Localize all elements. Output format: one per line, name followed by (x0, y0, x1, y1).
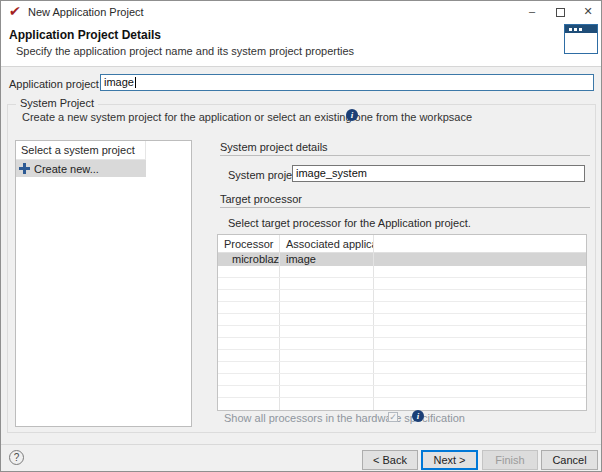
applications-cell: image (280, 253, 374, 266)
title-bar: ✔ New Application Project – ✕ (1, 1, 601, 23)
table-row-empty[interactable] (218, 350, 586, 362)
table-row-empty[interactable] (218, 338, 586, 350)
section-divider (220, 155, 590, 156)
show-all-processors-checkbox[interactable]: ✓ (388, 412, 398, 422)
new-window-wizard-icon (564, 24, 598, 54)
text-caret (135, 77, 136, 88)
table-row-empty[interactable] (218, 398, 586, 410)
processor-table-header: Processor Associated applications (218, 235, 586, 253)
system-project-group-label: System Project (16, 97, 98, 109)
page-subtitle: Specify the application project name and… (16, 45, 354, 57)
button-bar: ? < Back Next > Finish Cancel (1, 445, 602, 472)
column-header-empty (374, 235, 586, 252)
minimize-button[interactable]: – (518, 1, 546, 23)
app-project-name-input[interactable]: image (100, 74, 594, 91)
show-all-processors-label: Show all processors in the hardware spec… (224, 412, 465, 424)
info-icon[interactable]: i (346, 109, 358, 121)
finish-button[interactable]: Finish (482, 450, 538, 470)
system-project-name-value: image_system (296, 167, 367, 180)
system-project-group: System Project Create a new system proje… (7, 104, 596, 433)
table-row-empty[interactable] (218, 374, 586, 386)
create-new-label: Create new... (34, 163, 99, 175)
processor-cell: microblaze_0 (218, 253, 280, 266)
table-row-empty[interactable] (218, 386, 586, 398)
new-application-project-dialog: ✔ New Application Project – ✕ Applicatio… (0, 0, 602, 472)
window-title: New Application Project (28, 6, 144, 18)
column-header-processor[interactable]: Processor (218, 235, 280, 252)
column-header-associated-applications[interactable]: Associated applications (280, 235, 374, 252)
table-row-empty[interactable] (218, 326, 586, 338)
table-row-empty[interactable] (218, 290, 586, 302)
maximize-button[interactable] (546, 1, 574, 23)
wizard-banner: Application Project Details Specify the … (1, 23, 601, 67)
close-button[interactable]: ✕ (574, 1, 602, 23)
table-row-empty[interactable] (218, 266, 586, 278)
table-row-empty[interactable] (218, 362, 586, 374)
info-icon[interactable]: i (412, 410, 424, 422)
app-project-name-value: image (104, 76, 134, 89)
system-project-name-input[interactable]: image_system (292, 165, 585, 182)
plus-icon (19, 163, 30, 174)
table-row-microblaze-selected[interactable]: microblaze_0 image (218, 253, 586, 266)
processor-table: Processor Associated applications microb… (217, 234, 587, 411)
section-divider (220, 207, 590, 208)
target-processor-title: Target processor (220, 193, 302, 205)
table-row-empty[interactable] (218, 278, 586, 290)
help-icon[interactable]: ? (9, 450, 24, 465)
system-project-description: Create a new system project for the appl… (22, 111, 472, 123)
page-title: Application Project Details (9, 28, 161, 42)
system-project-list-header: Select a system project (16, 141, 146, 160)
dialog-content: Application project name: image System P… (1, 67, 602, 444)
back-button[interactable]: < Back (362, 450, 418, 470)
table-row-empty[interactable] (218, 302, 586, 314)
target-processor-instruction: Select target processor for the Applicat… (228, 217, 471, 229)
xilinx-logo-icon: ✔ (8, 3, 21, 19)
cancel-button[interactable]: Cancel (541, 450, 598, 470)
list-item-create-new[interactable]: Create new... (16, 160, 146, 177)
next-button[interactable]: Next > (421, 450, 478, 470)
maximize-icon (556, 8, 565, 17)
system-project-details-title: System project details (220, 141, 328, 153)
system-project-list: Select a system project Create new... (15, 140, 192, 427)
table-row-empty[interactable] (218, 314, 586, 326)
